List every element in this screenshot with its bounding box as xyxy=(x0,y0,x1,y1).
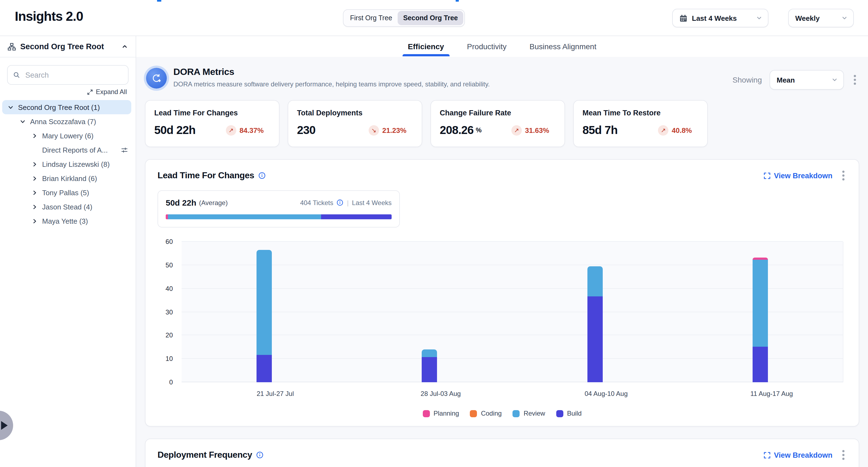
phase-segment-build xyxy=(321,214,392,219)
tree-chevron-icon[interactable] xyxy=(31,175,38,182)
tree-chevron-icon[interactable] xyxy=(19,118,26,125)
chevron-down-icon xyxy=(841,15,848,21)
gridline xyxy=(182,335,843,336)
tree-item[interactable]: Maya Yette (3) xyxy=(2,214,131,228)
trend-arrow-icon: ↗ xyxy=(658,125,669,135)
search-icon xyxy=(13,71,20,79)
date-range-select[interactable]: Last 4 Weeks xyxy=(672,9,769,27)
legend-item-coding[interactable]: Coding xyxy=(470,410,502,417)
gridline xyxy=(182,265,843,265)
info-icon[interactable] xyxy=(337,199,344,206)
tree-chevron-icon[interactable] xyxy=(31,132,38,139)
toggle-second-org-tree[interactable]: Second Org Tree xyxy=(398,11,463,25)
chevron-up-icon xyxy=(121,43,128,50)
granularity-value: Weekly xyxy=(795,14,819,22)
y-tick-label: 40 xyxy=(165,285,173,292)
metric-delta: 84.37% xyxy=(240,126,264,134)
view-breakdown-button[interactable]: View Breakdown xyxy=(764,172,832,180)
tree-chevron-icon[interactable] xyxy=(31,189,38,196)
main-tabs: Efficiency Productivity Business Alignme… xyxy=(136,36,868,57)
org-tree-sidebar: Second Org Tree Root Expand All Second O… xyxy=(0,36,136,467)
gridline xyxy=(182,382,843,382)
tree-item-label: Jason Stead (4) xyxy=(42,203,131,211)
main-area: Efficiency Productivity Business Alignme… xyxy=(136,36,868,467)
tree-item[interactable]: Brian Kirkland (6) xyxy=(2,171,131,185)
phase-segment-planning xyxy=(166,214,168,219)
dora-metrics-header: DORA Metrics DORA metrics measure softwa… xyxy=(145,67,859,89)
summary-value: 50d 22h xyxy=(166,198,196,207)
y-tick-label: 0 xyxy=(169,378,173,386)
tree-search xyxy=(7,65,128,85)
content-area: DORA Metrics DORA metrics measure softwa… xyxy=(136,57,868,467)
metric-delta-badge: ↗84.37% xyxy=(226,125,264,135)
tree-chevron-icon[interactable] xyxy=(31,160,38,168)
legend-label: Review xyxy=(524,410,545,417)
x-tick-label: 04 Aug-10 Aug xyxy=(585,390,628,398)
dora-menu-button[interactable] xyxy=(851,73,858,87)
stacked-bar xyxy=(422,242,437,382)
tree-chevron-icon[interactable] xyxy=(31,203,38,211)
tree-item[interactable]: Mary Lowery (6) xyxy=(2,128,131,143)
lead-time-menu-button[interactable] xyxy=(840,168,847,183)
tree-item[interactable]: Jason Stead (4) xyxy=(2,199,131,214)
legend-item-build[interactable]: Build xyxy=(556,410,581,417)
bar-segment-build xyxy=(587,297,602,382)
x-tick-label: 11 Aug-17 Aug xyxy=(750,390,793,398)
metric-delta-badge: ↗40.8% xyxy=(658,125,692,135)
metric-value: 50d 22h xyxy=(154,124,195,137)
bar-segment-build xyxy=(256,355,272,382)
trend-arrow-icon: ↗ xyxy=(512,125,522,135)
top-edge-artifact xyxy=(157,0,161,2)
tree-item[interactable]: Lindsay Liszewski (8) xyxy=(2,157,131,171)
metric-value: 208.26 xyxy=(440,124,474,137)
legend-swatch xyxy=(556,410,563,417)
info-icon[interactable] xyxy=(258,172,266,179)
sidebar-collapse-button[interactable] xyxy=(121,43,128,50)
gridline xyxy=(182,241,843,242)
lead-time-title-row: Lead Time For Changes xyxy=(157,170,266,181)
tree-item-label: Brian Kirkland (6) xyxy=(42,174,131,182)
expand-all-label: Expand All xyxy=(96,88,127,96)
tab-business-alignment[interactable]: Business Alignment xyxy=(527,37,598,56)
metric-title: Change Failure Rate xyxy=(440,109,556,117)
legend-item-planning[interactable]: Planning xyxy=(423,410,459,417)
bar-segment-planning xyxy=(753,257,768,259)
sidebar-title: Second Org Tree Root xyxy=(20,42,117,51)
tree-item[interactable]: Second Org Tree Root (1) xyxy=(2,100,131,114)
aggregation-select[interactable]: Mean xyxy=(770,70,844,90)
org-chart-icon xyxy=(8,42,16,51)
bar-segment-build xyxy=(753,347,768,382)
tab-efficiency[interactable]: Efficiency xyxy=(406,37,446,56)
tree-item[interactable]: Anna Scozzafava (7) xyxy=(2,114,131,128)
y-tick-label: 10 xyxy=(165,355,173,363)
page-title: Insights 2.0 xyxy=(15,9,83,24)
stacked-bar xyxy=(587,242,602,382)
caret-right-icon xyxy=(1,421,8,430)
tree-item-label: Tony Pallas (5) xyxy=(42,188,131,196)
granularity-select[interactable]: Weekly xyxy=(788,9,854,27)
stacked-bar xyxy=(256,242,272,382)
deployment-menu-button[interactable] xyxy=(840,448,847,462)
tab-productivity[interactable]: Productivity xyxy=(465,37,509,56)
expand-all-icon xyxy=(87,89,93,95)
metric-value: 85d 7h xyxy=(583,124,618,137)
bar-segment-review xyxy=(753,259,768,347)
chart-x-axis: 21 Jul-27 Jul28 Jul-03 Aug04 Aug-10 Aug1… xyxy=(182,390,843,401)
search-input[interactable] xyxy=(24,70,123,80)
lead-time-chart: 0102030405060 xyxy=(170,242,843,382)
toggle-first-org-tree[interactable]: First Org Tree xyxy=(345,11,398,25)
view-breakdown-button[interactable]: View Breakdown xyxy=(764,451,832,459)
tree-item[interactable]: Tony Pallas (5) xyxy=(2,185,131,199)
chevron-down-icon xyxy=(831,76,838,83)
tree-chevron-icon[interactable] xyxy=(31,217,38,225)
summary-qualifier: (Average) xyxy=(199,199,228,207)
chart-y-axis: 0102030405060 xyxy=(157,242,178,382)
filter-sliders-icon[interactable] xyxy=(121,146,128,153)
legend-item-review[interactable]: Review xyxy=(513,410,545,417)
expand-all-button[interactable]: Expand All xyxy=(0,88,127,96)
info-icon[interactable] xyxy=(256,451,264,459)
tree-item-label: Mary Lowery (6) xyxy=(42,131,131,140)
tree-chevron-icon[interactable] xyxy=(6,103,14,111)
tree-item[interactable]: Direct Reports of A... xyxy=(2,143,131,157)
tree-item-label: Second Org Tree Root (1) xyxy=(18,103,131,111)
